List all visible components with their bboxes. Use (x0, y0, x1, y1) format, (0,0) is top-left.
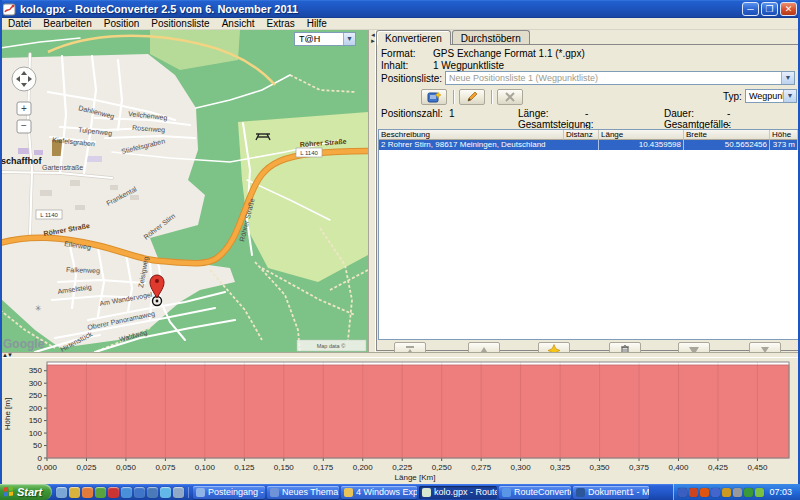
menu-datei[interactable]: Datei (2, 18, 37, 30)
col-laenge[interactable]: Länge (599, 130, 684, 140)
tray-icon-6[interactable] (733, 488, 742, 497)
positions-table[interactable]: Beschreibung Distanz Länge Breite Höhe 2… (378, 129, 799, 340)
inhalt-value: 1 Wegpunktliste (433, 60, 504, 71)
svg-text:0,325: 0,325 (550, 463, 571, 472)
position-marker[interactable] (150, 275, 164, 306)
laenge-label: Länge: (518, 108, 549, 119)
thunderbird-icon[interactable] (147, 487, 158, 498)
tab-konvertieren[interactable]: Konvertieren (376, 30, 451, 45)
table-row[interactable]: 2 Rohrer Stirn, 98617 Meiningen, Deutsch… (379, 140, 798, 150)
quick-launch-bar (52, 487, 189, 498)
splitter-collapse-icons[interactable]: ◄► (369, 32, 377, 44)
safari-icon[interactable] (121, 487, 132, 498)
chrome-icon[interactable] (69, 487, 80, 498)
start-label: Start (17, 486, 42, 498)
firefox-icon[interactable] (82, 487, 93, 498)
svg-text:250: 250 (29, 391, 43, 400)
map-pan-control[interactable] (12, 67, 36, 91)
svg-text:Map data ©: Map data © (317, 343, 346, 349)
taskbar-button-neues-thema[interactable]: Neues Thema schrei... (267, 486, 339, 499)
internet-explorer-icon[interactable] (56, 487, 67, 498)
skype-icon[interactable] (160, 487, 171, 498)
menu-position[interactable]: Position (98, 18, 146, 30)
titlebar[interactable]: kolo.gpx - RouteConverter 2.5 vom 6. Nov… (0, 0, 800, 18)
tray-icon-4[interactable] (711, 488, 720, 497)
svg-text:0,200: 0,200 (353, 463, 374, 472)
svg-text:0,350: 0,350 (590, 463, 611, 472)
taskbar-button-posteingang[interactable]: Posteingang - Lokale... (193, 486, 265, 499)
map-canvas[interactable]: L 1140 L 1140 Dahlienweg Veilchenweg Ros… (0, 30, 368, 352)
system-tray: 07:03 (673, 484, 800, 500)
tab-durchstoebern[interactable]: Durchstöbern (452, 30, 530, 45)
map[interactable]: L 1140 L 1140 Dahlienweg Veilchenweg Ros… (0, 30, 368, 352)
positionszahl-label: Positionszahl: (381, 108, 443, 119)
tray-icon-1[interactable] (678, 488, 687, 497)
chevron-down-icon[interactable]: ▼ (343, 33, 355, 45)
vertical-splitter[interactable]: ◄► (368, 30, 376, 352)
media-player-icon[interactable] (134, 487, 145, 498)
tray-icon-2[interactable] (689, 488, 698, 497)
compose-icon (270, 488, 279, 497)
svg-text:0,125: 0,125 (234, 463, 255, 472)
elevation-area (47, 365, 789, 458)
tray-icon-3[interactable] (700, 488, 709, 497)
taskbar: Start Posteingang - Lokale... Neues Them… (0, 484, 800, 500)
tab-strip: Konvertieren Durchstöbern (376, 30, 531, 45)
close-button[interactable]: ✕ (780, 2, 797, 16)
svg-text:0,100: 0,100 (195, 463, 216, 472)
taskbar-clock[interactable]: 07:03 (766, 487, 796, 497)
menu-positionsliste[interactable]: Positionsliste (145, 18, 215, 30)
maximize-button[interactable]: ❐ (761, 2, 778, 16)
cell-hoehe: 373 m (770, 140, 798, 150)
svg-text:150: 150 (29, 416, 43, 425)
chart-y-axis-label: Höhe [m] (3, 398, 12, 430)
svg-text:0,175: 0,175 (313, 463, 334, 472)
delete-positionlist-button[interactable] (497, 89, 523, 105)
chevron-down-icon[interactable]: ▼ (781, 72, 794, 84)
svg-text:0,000: 0,000 (37, 463, 58, 472)
svg-text:Gartenstraße: Gartenstraße (42, 164, 83, 171)
show-desktop-icon[interactable] (173, 487, 184, 498)
screen: kolo.gpx - RouteConverter 2.5 vom 6. Nov… (0, 0, 800, 500)
positionsliste-select[interactable]: Neue Positionsliste 1 (Wegpunktliste) ▼ (445, 71, 795, 85)
svg-text:0,300: 0,300 (511, 463, 532, 472)
col-beschreibung[interactable]: Beschreibung (379, 130, 564, 140)
start-button[interactable]: Start (0, 484, 52, 500)
menu-extras[interactable]: Extras (260, 18, 300, 30)
col-distanz[interactable]: Distanz (564, 130, 599, 140)
col-breite[interactable]: Breite (684, 130, 770, 140)
menu-ansicht[interactable]: Ansicht (216, 18, 261, 30)
laenge-value: - (585, 108, 588, 119)
tray-icon-5[interactable] (722, 488, 731, 497)
taskbar-button-dokument1[interactable]: Dokument1 - Microso... (573, 486, 649, 499)
tray-icon-7[interactable] (744, 488, 753, 497)
rename-positionlist-button[interactable] (459, 89, 485, 105)
tray-icon-8[interactable] (755, 488, 764, 497)
taskbar-button-routeconverter-web[interactable]: RouteConverter - H... (499, 486, 571, 499)
menu-bearbeiten[interactable]: Bearbeiten (37, 18, 97, 30)
minimize-button[interactable]: ─ (742, 2, 759, 16)
word-icon (576, 488, 585, 497)
typ-select[interactable]: Wegpunktliste ▼ (745, 89, 797, 103)
svg-text:50: 50 (33, 441, 42, 450)
new-positionlist-button[interactable] (421, 89, 447, 105)
taskbar-button-kolo-gpx[interactable]: kolo.gpx - RouteC... (419, 486, 497, 499)
svg-text:L 1140: L 1140 (40, 212, 58, 218)
map-layer-select[interactable]: T@H ▼ (294, 32, 356, 46)
col-hoehe[interactable]: Höhe (770, 130, 798, 140)
taskbar-buttons: Posteingang - Lokale... Neues Thema schr… (189, 486, 673, 499)
svg-text:0: 0 (38, 454, 43, 463)
svg-text:0,375: 0,375 (629, 463, 650, 472)
flower-icon: ✳ (35, 304, 42, 313)
horizontal-splitter[interactable]: ▲▼ (0, 352, 800, 358)
svg-text:0,450: 0,450 (747, 463, 768, 472)
opera-icon[interactable] (108, 487, 119, 498)
zoom-in-icon: + (21, 103, 27, 114)
splitter-collapse-icons[interactable]: ▲▼ (2, 352, 12, 358)
convert-panel: Konvertieren Durchstöbern Format: GPS Ex… (376, 30, 800, 352)
excel-icon[interactable] (95, 487, 106, 498)
svg-text:300: 300 (29, 379, 43, 388)
taskbar-button-windows-explorer-group[interactable]: 4 Windows Explorer ▼ (341, 486, 417, 499)
chevron-down-icon[interactable]: ▼ (783, 90, 796, 102)
menu-hilfe[interactable]: Hilfe (301, 18, 333, 30)
